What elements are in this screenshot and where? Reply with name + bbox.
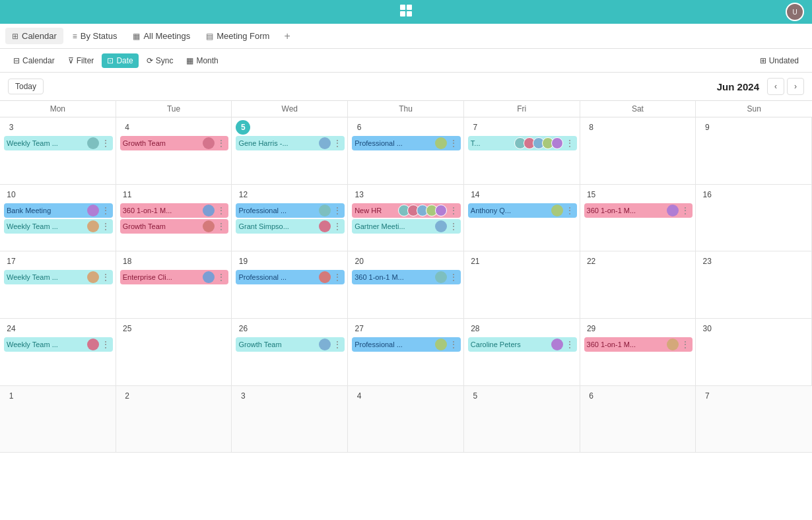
calendar-day-15-w1[interactable]: 15+360 1-on-1 M...⋮: [580, 185, 696, 252]
calendar-day-3-w0[interactable]: 3+Weekly Team ...⋮: [0, 117, 116, 185]
event-menu-button[interactable]: ⋮: [333, 221, 342, 232]
event-menu-button[interactable]: ⋮: [681, 205, 690, 216]
calendar-day-11-w1[interactable]: 11+360 1-on-1 M...⋮Growth Team⋮: [116, 185, 232, 252]
event-menu-button[interactable]: ⋮: [217, 272, 226, 282]
event-item[interactable]: Gartner Meeti...⋮: [352, 219, 461, 234]
calendar-day-1-w4[interactable]: 1+: [0, 386, 116, 453]
calendar-day-9-w0[interactable]: 9+: [696, 117, 812, 185]
event-menu-button[interactable]: ⋮: [449, 221, 458, 232]
calendar-day-12-w1[interactable]: 12+Professional ...⋮Grant Simpso...⋮: [232, 185, 348, 252]
event-item[interactable]: 360 1-on-1 M...⋮: [584, 337, 693, 352]
event-item[interactable]: Growth Team⋮: [236, 337, 345, 352]
event-menu-button[interactable]: ⋮: [217, 138, 226, 148]
calendar-day-23-w2[interactable]: 23+: [696, 251, 812, 319]
event-item[interactable]: Bank Meeting⋮: [4, 203, 113, 218]
event-menu-button[interactable]: ⋮: [101, 272, 110, 282]
user-avatar[interactable]: U: [786, 3, 804, 21]
event-menu-button[interactable]: ⋮: [217, 205, 226, 216]
calendar-day-24-w3[interactable]: 24+Weekly Team ...⋮: [0, 319, 116, 386]
calendar-day-30-w3[interactable]: 30+: [696, 319, 812, 386]
event-menu-button[interactable]: ⋮: [565, 339, 574, 350]
event-menu-button[interactable]: ⋮: [681, 339, 690, 350]
add-tab-button[interactable]: +: [279, 27, 295, 46]
event-item[interactable]: 360 1-on-1 M...⋮: [120, 203, 229, 218]
day-number: 25: [120, 321, 135, 336]
tab-by-status[interactable]: ≡ By Status: [66, 28, 124, 44]
calendar-day-29-w3[interactable]: 29+360 1-on-1 M...⋮: [580, 319, 696, 386]
calendar-day-13-w1[interactable]: 13+New HR⋮Gartner Meeti...⋮: [348, 185, 464, 252]
event-item[interactable]: Professional ...⋮: [352, 136, 461, 150]
event-item[interactable]: Weekly Team ...⋮: [4, 219, 113, 234]
event-item[interactable]: Growth Team⋮: [120, 136, 229, 150]
calendar-day-10-w1[interactable]: 10+Bank Meeting⋮Weekly Team ...⋮: [0, 185, 116, 252]
calendar-day-3-w4[interactable]: 3+: [232, 386, 348, 453]
prev-month-button[interactable]: ‹: [767, 78, 784, 95]
event-menu-button[interactable]: ⋮: [565, 205, 574, 216]
event-item[interactable]: 360 1-on-1 M...⋮: [352, 270, 461, 284]
event-menu-button[interactable]: ⋮: [449, 205, 458, 216]
event-item[interactable]: T...⋮: [468, 136, 577, 150]
event-menu-button[interactable]: ⋮: [101, 221, 110, 232]
calendar-day-7-w0[interactable]: 7+T...⋮: [464, 117, 580, 185]
event-item[interactable]: Gene Harris -...⋮: [236, 136, 345, 150]
event-item[interactable]: Weekly Team ...⋮: [4, 337, 113, 352]
calendar-day-8-w0[interactable]: 8+: [580, 117, 696, 185]
event-item[interactable]: Professional ...⋮: [236, 203, 345, 218]
event-menu-button[interactable]: ⋮: [101, 339, 110, 350]
calendar-day-17-w2[interactable]: 17+Weekly Team ...⋮: [0, 251, 116, 319]
event-item[interactable]: Growth Team⋮: [120, 219, 229, 234]
event-menu-button[interactable]: ⋮: [333, 205, 342, 216]
calendar-day-7-w4[interactable]: 7+: [696, 386, 812, 453]
calendar-day-6-w4[interactable]: 6+: [580, 386, 696, 453]
today-button[interactable]: Today: [8, 79, 44, 94]
event-menu-button[interactable]: ⋮: [217, 221, 226, 232]
calendar-day-4-w4[interactable]: 4+: [348, 386, 464, 453]
date-button[interactable]: ⊡ Date: [102, 53, 138, 68]
tab-meeting-form[interactable]: ▤ Meeting Form: [199, 28, 276, 44]
event-item[interactable]: Enterprise Cli...⋮: [120, 270, 229, 284]
month-button[interactable]: ▦ Month: [181, 53, 223, 68]
calendar-day-6-w0[interactable]: 6+Professional ...⋮: [348, 117, 464, 185]
tab-calendar[interactable]: ⊞ Calendar: [5, 28, 63, 44]
event-item[interactable]: Anthony Q...⋮: [468, 203, 577, 218]
event-item[interactable]: Weekly Team ...⋮: [4, 270, 113, 284]
event-menu-button[interactable]: ⋮: [449, 138, 458, 148]
calendar-day-5-w0[interactable]: 5+Gene Harris -...⋮: [232, 117, 348, 185]
calendar-day-27-w3[interactable]: 27+Professional ...⋮: [348, 319, 464, 386]
event-menu-button[interactable]: ⋮: [101, 138, 110, 148]
calendar-day-20-w2[interactable]: 20+360 1-on-1 M...⋮: [348, 251, 464, 319]
event-label: Professional ...: [238, 273, 317, 281]
event-menu-button[interactable]: ⋮: [565, 138, 574, 148]
event-item[interactable]: Grant Simpso...⋮: [236, 219, 345, 234]
event-menu-button[interactable]: ⋮: [333, 272, 342, 282]
tab-all-meetings[interactable]: ▦ All Meetings: [126, 28, 197, 44]
event-menu-button[interactable]: ⋮: [449, 339, 458, 350]
event-item[interactable]: 360 1-on-1 M...⋮: [584, 203, 693, 218]
calendar-day-22-w2[interactable]: 22+: [580, 251, 696, 319]
calendar-day-26-w3[interactable]: 26+Growth Team⋮: [232, 319, 348, 386]
calendar-day-25-w3[interactable]: 25+: [116, 319, 232, 386]
event-item[interactable]: Professional ...⋮: [236, 270, 345, 284]
calendar-day-19-w2[interactable]: 19+Professional ...⋮: [232, 251, 348, 319]
calendar-day-2-w4[interactable]: 2+: [116, 386, 232, 453]
next-month-button[interactable]: ›: [787, 78, 804, 95]
event-item[interactable]: Weekly Team ...⋮: [4, 136, 113, 150]
event-menu-button[interactable]: ⋮: [333, 138, 342, 148]
calendar-day-28-w3[interactable]: 28+Caroline Peters⋮: [464, 319, 580, 386]
event-menu-button[interactable]: ⋮: [101, 205, 110, 216]
calendar-day-14-w1[interactable]: 14+Anthony Q...⋮: [464, 185, 580, 252]
event-item[interactable]: Professional ...⋮: [352, 337, 461, 352]
undated-button[interactable]: ⊞ Undated: [755, 53, 804, 68]
calendar-view-button[interactable]: ⊟ Calendar: [8, 53, 60, 68]
event-item[interactable]: Caroline Peters⋮: [468, 337, 577, 352]
sync-button[interactable]: ⟳ Sync: [141, 53, 179, 68]
calendar-day-5-w4[interactable]: 5+: [464, 386, 580, 453]
calendar-day-21-w2[interactable]: 21+: [464, 251, 580, 319]
calendar-day-18-w2[interactable]: 18+Enterprise Cli...⋮: [116, 251, 232, 319]
calendar-day-16-w1[interactable]: 16+: [696, 185, 812, 252]
event-menu-button[interactable]: ⋮: [333, 339, 342, 350]
filter-button[interactable]: ⊽ Filter: [63, 53, 100, 68]
event-menu-button[interactable]: ⋮: [449, 272, 458, 282]
calendar-day-4-w0[interactable]: 4+Growth Team⋮: [116, 117, 232, 185]
event-item[interactable]: New HR⋮: [352, 203, 461, 218]
